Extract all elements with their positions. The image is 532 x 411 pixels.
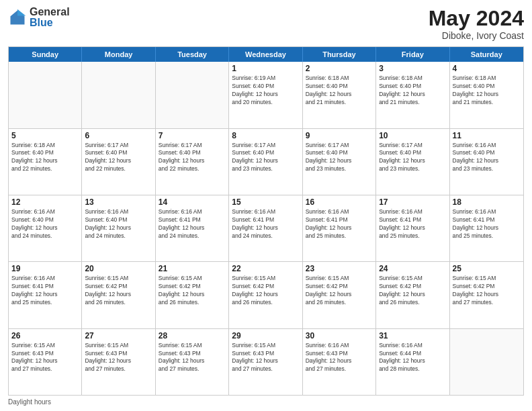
day-number: 11: [453, 131, 521, 140]
day-number: 20: [85, 264, 152, 273]
calendar-week-row: 5Sunrise: 6:18 AM Sunset: 6:40 PM Daylig…: [9, 129, 523, 195]
day-number: 7: [159, 131, 226, 140]
day-number: 2: [306, 64, 373, 73]
cell-info: Sunrise: 6:16 AM Sunset: 6:40 PM Dayligh…: [453, 142, 521, 174]
calendar-cell: 12Sunrise: 6:16 AM Sunset: 6:40 PM Dayli…: [9, 195, 82, 261]
calendar: SundayMondayTuesdayWednesdayThursdayFrid…: [8, 46, 524, 396]
cell-info: Sunrise: 6:15 AM Sunset: 6:42 PM Dayligh…: [85, 275, 152, 307]
day-of-week-header: Tuesday: [156, 47, 229, 62]
cell-info: Sunrise: 6:16 AM Sunset: 6:41 PM Dayligh…: [159, 208, 226, 240]
calendar-cell: 31Sunrise: 6:16 AM Sunset: 6:44 PM Dayli…: [376, 329, 449, 395]
calendar-cell: 5Sunrise: 6:18 AM Sunset: 6:40 PM Daylig…: [9, 129, 82, 195]
day-number: 6: [85, 131, 152, 140]
calendar-cell: 30Sunrise: 6:16 AM Sunset: 6:43 PM Dayli…: [303, 329, 376, 395]
cell-info: Sunrise: 6:19 AM Sunset: 6:40 PM Dayligh…: [232, 75, 299, 107]
cell-info: Sunrise: 6:18 AM Sunset: 6:40 PM Dayligh…: [379, 75, 446, 107]
day-number: 17: [379, 197, 446, 207]
cell-info: Sunrise: 6:17 AM Sunset: 6:40 PM Dayligh…: [379, 142, 446, 174]
cell-info: Sunrise: 6:16 AM Sunset: 6:44 PM Dayligh…: [379, 342, 446, 374]
calendar-cell: 11Sunrise: 6:16 AM Sunset: 6:40 PM Dayli…: [450, 129, 523, 195]
calendar-cell: 17Sunrise: 6:16 AM Sunset: 6:41 PM Dayli…: [376, 195, 449, 261]
logo-general: General: [30, 7, 70, 17]
cell-info: Sunrise: 6:18 AM Sunset: 6:40 PM Dayligh…: [306, 75, 373, 107]
day-number: 26: [11, 331, 79, 340]
day-number: 12: [11, 197, 79, 207]
cell-info: Sunrise: 6:16 AM Sunset: 6:41 PM Dayligh…: [306, 208, 373, 240]
calendar-cell: 3Sunrise: 6:18 AM Sunset: 6:40 PM Daylig…: [376, 62, 449, 128]
calendar-cell: 16Sunrise: 6:16 AM Sunset: 6:41 PM Dayli…: [303, 195, 376, 261]
calendar-cell: 29Sunrise: 6:15 AM Sunset: 6:43 PM Dayli…: [229, 329, 302, 395]
calendar-cell: 8Sunrise: 6:17 AM Sunset: 6:40 PM Daylig…: [229, 129, 302, 195]
cell-info: Sunrise: 6:17 AM Sunset: 6:40 PM Dayligh…: [232, 142, 299, 174]
cell-info: Sunrise: 6:16 AM Sunset: 6:41 PM Dayligh…: [232, 208, 299, 240]
cell-info: Sunrise: 6:16 AM Sunset: 6:40 PM Dayligh…: [11, 208, 79, 240]
calendar-cell: 1Sunrise: 6:19 AM Sunset: 6:40 PM Daylig…: [229, 62, 302, 128]
day-number: 8: [232, 131, 299, 140]
calendar-cell: 24Sunrise: 6:15 AM Sunset: 6:42 PM Dayli…: [376, 262, 449, 328]
calendar-cell: 9Sunrise: 6:17 AM Sunset: 6:40 PM Daylig…: [303, 129, 376, 195]
cell-info: Sunrise: 6:17 AM Sunset: 6:40 PM Dayligh…: [85, 142, 152, 174]
svg-marker-1: [17, 9, 26, 16]
day-of-week-header: Saturday: [450, 47, 523, 62]
logo: General Blue: [8, 7, 70, 28]
day-of-week-header: Sunday: [9, 47, 82, 62]
day-number: 21: [159, 264, 226, 273]
calendar-cell: 4Sunrise: 6:18 AM Sunset: 6:40 PM Daylig…: [450, 62, 523, 128]
calendar-cell: [82, 62, 155, 128]
calendar-cell: 15Sunrise: 6:16 AM Sunset: 6:41 PM Dayli…: [229, 195, 302, 261]
footer: Daylight hours: [8, 398, 524, 406]
calendar-cell: [9, 62, 82, 128]
calendar-week-row: 26Sunrise: 6:15 AM Sunset: 6:43 PM Dayli…: [9, 329, 523, 395]
day-number: 14: [159, 197, 226, 207]
day-number: 15: [232, 197, 299, 207]
day-number: 22: [232, 264, 299, 273]
logo-text: General Blue: [30, 7, 70, 28]
cell-info: Sunrise: 6:15 AM Sunset: 6:43 PM Dayligh…: [159, 342, 226, 374]
calendar-week-row: 1Sunrise: 6:19 AM Sunset: 6:40 PM Daylig…: [9, 62, 523, 128]
calendar-cell: 18Sunrise: 6:16 AM Sunset: 6:41 PM Dayli…: [450, 195, 523, 261]
calendar-cell: 27Sunrise: 6:15 AM Sunset: 6:43 PM Dayli…: [82, 329, 155, 395]
day-number: 9: [306, 131, 373, 140]
header: General Blue May 2024 Diboke, Ivory Coas…: [8, 7, 524, 41]
cell-info: Sunrise: 6:16 AM Sunset: 6:40 PM Dayligh…: [85, 208, 152, 240]
day-number: 28: [159, 331, 226, 340]
day-number: 1: [232, 64, 299, 73]
day-number: 4: [453, 64, 521, 73]
footer-text: Daylight hours: [8, 398, 51, 406]
day-number: 10: [379, 131, 446, 140]
calendar-cell: [156, 62, 229, 128]
calendar-week-row: 12Sunrise: 6:16 AM Sunset: 6:40 PM Dayli…: [9, 195, 523, 262]
calendar-cell: 20Sunrise: 6:15 AM Sunset: 6:42 PM Dayli…: [82, 262, 155, 328]
cell-info: Sunrise: 6:15 AM Sunset: 6:43 PM Dayligh…: [232, 342, 299, 374]
cell-info: Sunrise: 6:15 AM Sunset: 6:42 PM Dayligh…: [159, 275, 226, 307]
calendar-cell: [450, 329, 523, 395]
cell-info: Sunrise: 6:15 AM Sunset: 6:43 PM Dayligh…: [85, 342, 152, 374]
calendar-cell: 13Sunrise: 6:16 AM Sunset: 6:40 PM Dayli…: [82, 195, 155, 261]
calendar-cell: 26Sunrise: 6:15 AM Sunset: 6:43 PM Dayli…: [9, 329, 82, 395]
calendar-week-row: 19Sunrise: 6:16 AM Sunset: 6:41 PM Dayli…: [9, 262, 523, 328]
day-of-week-header: Friday: [376, 47, 449, 62]
day-number: 13: [85, 197, 152, 207]
page: General Blue May 2024 Diboke, Ivory Coas…: [0, 0, 532, 411]
day-number: 30: [306, 331, 373, 340]
title-block: May 2024 Diboke, Ivory Coast: [429, 7, 524, 41]
cell-info: Sunrise: 6:16 AM Sunset: 6:41 PM Dayligh…: [453, 208, 521, 240]
day-number: 23: [306, 264, 373, 273]
calendar-header: SundayMondayTuesdayWednesdayThursdayFrid…: [9, 47, 523, 62]
calendar-cell: 7Sunrise: 6:17 AM Sunset: 6:40 PM Daylig…: [156, 129, 229, 195]
calendar-cell: 10Sunrise: 6:17 AM Sunset: 6:40 PM Dayli…: [376, 129, 449, 195]
day-of-week-header: Monday: [82, 47, 155, 62]
cell-info: Sunrise: 6:15 AM Sunset: 6:43 PM Dayligh…: [11, 342, 79, 374]
calendar-cell: 28Sunrise: 6:15 AM Sunset: 6:43 PM Dayli…: [156, 329, 229, 395]
calendar-cell: 19Sunrise: 6:16 AM Sunset: 6:41 PM Dayli…: [9, 262, 82, 328]
day-number: 25: [453, 264, 521, 273]
day-number: 3: [379, 64, 446, 73]
day-number: 29: [232, 331, 299, 340]
cell-info: Sunrise: 6:15 AM Sunset: 6:42 PM Dayligh…: [306, 275, 373, 307]
cell-info: Sunrise: 6:17 AM Sunset: 6:40 PM Dayligh…: [306, 142, 373, 174]
calendar-cell: 21Sunrise: 6:15 AM Sunset: 6:42 PM Dayli…: [156, 262, 229, 328]
cell-info: Sunrise: 6:15 AM Sunset: 6:42 PM Dayligh…: [453, 275, 521, 307]
calendar-cell: 22Sunrise: 6:15 AM Sunset: 6:42 PM Dayli…: [229, 262, 302, 328]
cell-info: Sunrise: 6:15 AM Sunset: 6:42 PM Dayligh…: [379, 275, 446, 307]
calendar-cell: 14Sunrise: 6:16 AM Sunset: 6:41 PM Dayli…: [156, 195, 229, 261]
